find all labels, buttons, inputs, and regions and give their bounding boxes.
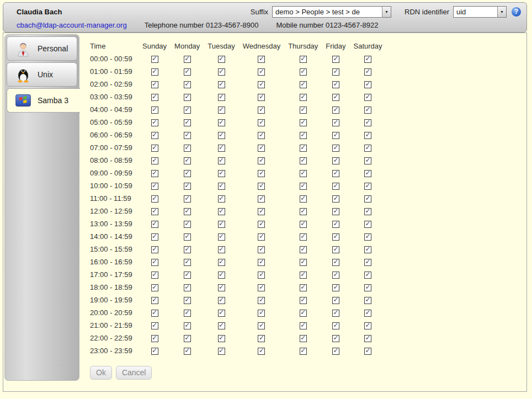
logon-hour-checkbox[interactable]: [218, 272, 225, 279]
logon-hour-checkbox[interactable]: [151, 233, 158, 241]
logon-hour-checkbox[interactable]: [151, 145, 158, 152]
logon-hour-checkbox[interactable]: [332, 233, 339, 241]
logon-hour-checkbox[interactable]: [151, 246, 158, 253]
logon-hour-checkbox[interactable]: [151, 81, 158, 88]
logon-hour-checkbox[interactable]: [364, 284, 371, 291]
logon-hour-checkbox[interactable]: [258, 183, 265, 190]
logon-hour-checkbox[interactable]: [364, 272, 371, 279]
logon-hour-checkbox[interactable]: [364, 348, 371, 355]
logon-hour-checkbox[interactable]: [332, 259, 339, 266]
logon-hour-checkbox[interactable]: [184, 132, 191, 139]
logon-hour-checkbox[interactable]: [218, 183, 225, 190]
logon-hour-checkbox[interactable]: [332, 310, 339, 317]
logon-hour-checkbox[interactable]: [364, 195, 371, 203]
logon-hour-checkbox[interactable]: [258, 68, 265, 76]
logon-hour-checkbox[interactable]: [258, 107, 265, 114]
logon-hour-checkbox[interactable]: [300, 183, 307, 190]
logon-hour-checkbox[interactable]: [332, 221, 339, 228]
logon-hour-checkbox[interactable]: [332, 119, 339, 126]
logon-hour-checkbox[interactable]: [218, 94, 225, 101]
logon-hour-checkbox[interactable]: [151, 132, 158, 139]
logon-hour-checkbox[interactable]: [364, 81, 371, 88]
logon-hour-checkbox[interactable]: [218, 297, 225, 304]
logon-hour-checkbox[interactable]: [218, 56, 225, 63]
logon-hour-checkbox[interactable]: [218, 81, 225, 88]
logon-hour-checkbox[interactable]: [151, 335, 158, 342]
logon-hour-checkbox[interactable]: [258, 145, 265, 152]
logon-hour-checkbox[interactable]: [218, 145, 225, 152]
logon-hour-checkbox[interactable]: [300, 145, 307, 152]
chevron-down-icon[interactable]: ▼: [497, 7, 506, 17]
logon-hour-checkbox[interactable]: [332, 132, 339, 139]
logon-hour-checkbox[interactable]: [218, 170, 225, 177]
logon-hour-checkbox[interactable]: [300, 119, 307, 126]
logon-hour-checkbox[interactable]: [364, 259, 371, 266]
logon-hour-checkbox[interactable]: [151, 157, 158, 164]
logon-hour-checkbox[interactable]: [258, 233, 265, 241]
logon-hour-checkbox[interactable]: [151, 170, 158, 177]
logon-hour-checkbox[interactable]: [332, 94, 339, 101]
logon-hour-checkbox[interactable]: [258, 119, 265, 126]
logon-hour-checkbox[interactable]: [151, 56, 158, 63]
logon-hour-checkbox[interactable]: [184, 119, 191, 126]
logon-hour-checkbox[interactable]: [218, 119, 225, 126]
logon-hour-checkbox[interactable]: [258, 322, 265, 329]
logon-hour-checkbox[interactable]: [258, 310, 265, 317]
logon-hour-checkbox[interactable]: [258, 335, 265, 342]
logon-hour-checkbox[interactable]: [151, 272, 158, 279]
logon-hour-checkbox[interactable]: [332, 157, 339, 164]
logon-hour-checkbox[interactable]: [258, 272, 265, 279]
logon-hour-checkbox[interactable]: [332, 183, 339, 190]
logon-hour-checkbox[interactable]: [300, 94, 307, 101]
logon-hour-checkbox[interactable]: [332, 246, 339, 253]
logon-hour-checkbox[interactable]: [300, 81, 307, 88]
logon-hour-checkbox[interactable]: [151, 348, 158, 355]
logon-hour-checkbox[interactable]: [218, 107, 225, 114]
logon-hour-checkbox[interactable]: [258, 297, 265, 304]
logon-hour-checkbox[interactable]: [364, 233, 371, 241]
logon-hour-checkbox[interactable]: [364, 335, 371, 342]
logon-hour-checkbox[interactable]: [332, 195, 339, 203]
logon-hour-checkbox[interactable]: [364, 145, 371, 152]
logon-hour-checkbox[interactable]: [300, 132, 307, 139]
logon-hour-checkbox[interactable]: [151, 195, 158, 203]
logon-hour-checkbox[interactable]: [258, 157, 265, 164]
logon-hour-checkbox[interactable]: [300, 221, 307, 228]
logon-hour-checkbox[interactable]: [218, 322, 225, 329]
logon-hour-checkbox[interactable]: [364, 297, 371, 304]
logon-hour-checkbox[interactable]: [184, 348, 191, 355]
logon-hour-checkbox[interactable]: [151, 94, 158, 101]
logon-hour-checkbox[interactable]: [184, 107, 191, 114]
logon-hour-checkbox[interactable]: [300, 335, 307, 342]
logon-hour-checkbox[interactable]: [184, 246, 191, 253]
logon-hour-checkbox[interactable]: [218, 348, 225, 355]
logon-hour-checkbox[interactable]: [332, 284, 339, 291]
logon-hour-checkbox[interactable]: [184, 183, 191, 190]
logon-hour-checkbox[interactable]: [184, 81, 191, 88]
logon-hour-checkbox[interactable]: [218, 335, 225, 342]
logon-hour-checkbox[interactable]: [300, 107, 307, 114]
logon-hour-checkbox[interactable]: [258, 348, 265, 355]
logon-hour-checkbox[interactable]: [332, 272, 339, 279]
logon-hour-checkbox[interactable]: [184, 170, 191, 177]
logon-hour-checkbox[interactable]: [364, 94, 371, 101]
logon-hour-checkbox[interactable]: [184, 233, 191, 241]
logon-hour-checkbox[interactable]: [218, 284, 225, 291]
rdn-identifier-select[interactable]: uid ▼: [453, 6, 507, 18]
help-icon[interactable]: ?: [512, 7, 521, 17]
logon-hour-checkbox[interactable]: [332, 322, 339, 329]
logon-hour-checkbox[interactable]: [184, 221, 191, 228]
logon-hour-checkbox[interactable]: [332, 348, 339, 355]
logon-hour-checkbox[interactable]: [184, 259, 191, 266]
logon-hour-checkbox[interactable]: [364, 68, 371, 76]
logon-hour-checkbox[interactable]: [258, 94, 265, 101]
logon-hour-checkbox[interactable]: [184, 157, 191, 164]
logon-hour-checkbox[interactable]: [218, 208, 225, 215]
logon-hour-checkbox[interactable]: [184, 284, 191, 291]
logon-hour-checkbox[interactable]: [218, 233, 225, 241]
logon-hour-checkbox[interactable]: [151, 107, 158, 114]
logon-hour-checkbox[interactable]: [300, 233, 307, 241]
logon-hour-checkbox[interactable]: [300, 297, 307, 304]
logon-hour-checkbox[interactable]: [364, 170, 371, 177]
logon-hour-checkbox[interactable]: [258, 208, 265, 215]
